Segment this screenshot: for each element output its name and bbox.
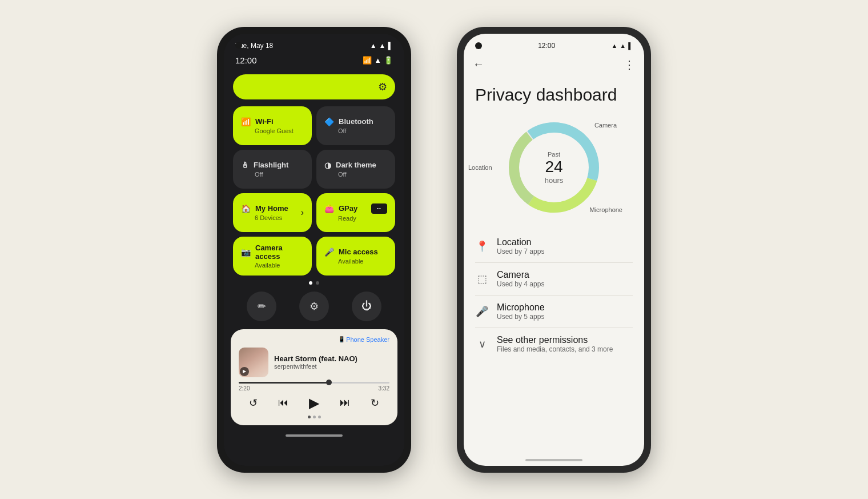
camera-access-tile-label: Camera access <box>255 243 304 261</box>
progress-container[interactable]: 2:20 3:32 <box>239 382 389 392</box>
mic-access-tile-label: Mic access <box>339 247 378 256</box>
tile-gpay[interactable]: 👛 GPay •• Ready <box>316 193 395 232</box>
privacy-item-microphone[interactable]: 🎤 Microphone Used by 5 apps <box>475 296 633 328</box>
mdot-2 <box>313 416 316 418</box>
time-bar: 12:00 📶 ▲ 🔋 <box>224 53 404 71</box>
bluetooth-tile-icon: 🔷 <box>324 117 334 126</box>
privacy-item-camera[interactable]: ⬚ Camera Used by 4 apps <box>475 263 633 296</box>
privacy-list: 📍 Location Used by 7 apps ⬚ Camera Used … <box>475 230 633 360</box>
mic-access-tile-subtitle: Available <box>324 258 387 265</box>
donut-center-label: Past <box>545 150 564 157</box>
signal-status-icon: ▲ <box>379 42 386 50</box>
power-icon: ⏻ <box>361 300 372 312</box>
privacy-item-location[interactable]: 📍 Location Used by 7 apps <box>475 230 633 263</box>
chart-label-microphone: Microphone <box>590 206 622 213</box>
tile-camera-access[interactable]: 📷 Camera access Available <box>233 237 312 276</box>
nav-row: ← ⋮ <box>464 53 644 76</box>
brightness-settings-icon[interactable]: ⚙ <box>378 81 387 93</box>
phone1-screen: Tue, May 18 ▲ ▲ ▌ 12:00 📶 ▲ 🔋 ⚙ <box>224 34 404 466</box>
media-info: Heart Storm (feat. NAO) serpentwithfeet <box>274 354 389 370</box>
quick-settings-screen: Tue, May 18 ▲ ▲ ▌ 12:00 📶 ▲ 🔋 ⚙ <box>224 34 404 466</box>
edit-icon: ✏ <box>258 300 266 313</box>
camera-access-tile-subtitle: Available <box>241 262 304 269</box>
settings-icon: ⚙ <box>310 300 319 313</box>
brightness-bar[interactable]: ⚙ <box>233 74 395 99</box>
album-art: ▶ <box>239 348 268 377</box>
phone-privacy-dashboard: 12:00 ▲ ▲ ▌ ← ⋮ Privacy dashboard <box>457 27 651 473</box>
tile-wifi[interactable]: 📶 Wi-Fi Google Guest <box>233 106 312 145</box>
home-bar <box>286 434 343 437</box>
media-player: 📱 Phone Speaker ▶ Heart Storm (feat. NAO… <box>231 329 397 425</box>
phone-speaker-icon: 📱 <box>338 336 345 342</box>
power-button[interactable]: ⏻ <box>352 292 381 321</box>
status-time: 12:00 <box>235 55 257 65</box>
signal-bar-icon: ▲ <box>374 56 381 65</box>
location-text: Location Used by 7 apps <box>497 237 633 256</box>
progress-track[interactable] <box>239 382 389 384</box>
media-page-dots <box>239 416 389 418</box>
tile-dark-theme[interactable]: ◑ Dark theme Off <box>316 150 395 189</box>
microphone-text: Microphone Used by 5 apps <box>497 302 633 321</box>
replay-button[interactable]: ↺ <box>249 397 258 409</box>
more-options-button[interactable]: ⋮ <box>624 58 635 71</box>
edit-button[interactable]: ✏ <box>247 292 276 321</box>
expand-icon: ∨ <box>475 338 489 350</box>
privacy-content: Privacy dashboard Camera <box>464 76 644 459</box>
back-button[interactable]: ← <box>473 58 484 71</box>
mdot-1 <box>308 416 311 418</box>
wifi-status-2: ▲ <box>611 42 617 49</box>
tile-mic-access[interactable]: 🎤 Mic access Available <box>316 237 395 276</box>
donut-center-unit: hours <box>545 175 564 184</box>
prev-button[interactable]: ⏮ <box>278 397 288 409</box>
dark-theme-tile-label: Dark theme <box>336 161 376 169</box>
flashlight-tile-subtitle: Off <box>241 171 304 178</box>
wifi-tile-icon: 📶 <box>241 117 251 126</box>
camera-text: Camera Used by 4 apps <box>497 270 633 288</box>
media-content: ▶ Heart Storm (feat. NAO) serpentwithfee… <box>239 348 389 377</box>
song-title: Heart Storm (feat. NAO) <box>274 354 389 363</box>
page-indicators <box>224 276 404 288</box>
privacy-dashboard-screen: 12:00 ▲ ▲ ▌ ← ⋮ Privacy dashboard <box>464 34 644 466</box>
tile-flashlight[interactable]: 🕯 Flashlight Off <box>233 150 312 189</box>
mic-access-tile-icon: 🎤 <box>324 247 334 257</box>
gpay-tile-subtitle: Ready <box>324 215 387 222</box>
chart-label-location: Location <box>468 164 492 171</box>
flashlight-tile-icon: 🕯 <box>241 161 249 170</box>
status-icons: ▲ ▲ ▌ <box>370 42 393 50</box>
mdot-3 <box>318 416 321 418</box>
next-button[interactable]: ⏭ <box>340 397 350 409</box>
total-time: 3:32 <box>379 385 389 392</box>
page-dot-1 <box>309 281 312 285</box>
progress-fill <box>239 382 329 384</box>
dark-theme-tile-icon: ◑ <box>324 161 331 170</box>
quick-tiles-grid: 📶 Wi-Fi Google Guest 🔷 Bluetooth Off <box>224 106 404 276</box>
my-home-tile-icon: 🏠 <box>241 204 251 213</box>
play-pause-button[interactable]: ▶ <box>309 395 319 411</box>
camera-subtitle: Used by 4 apps <box>497 280 633 288</box>
microphone-subtitle: Used by 5 apps <box>497 313 633 321</box>
brightness-row[interactable]: ⚙ <box>224 71 404 103</box>
microphone-icon: 🎤 <box>475 305 489 318</box>
current-time: 2:20 <box>239 385 250 392</box>
status-time-2: 12:00 <box>538 42 555 50</box>
location-title: Location <box>497 237 633 247</box>
forward-button[interactable]: ↻ <box>371 397 379 409</box>
gpay-tile-icon: 👛 <box>324 204 334 213</box>
status-bar: Tue, May 18 ▲ ▲ ▌ <box>224 34 404 53</box>
battery-status-2: ▌ <box>628 42 633 49</box>
microphone-title: Microphone <box>497 302 633 313</box>
gpay-tile-label: GPay <box>339 204 357 213</box>
tile-bluetooth[interactable]: 🔷 Bluetooth Off <box>316 106 395 145</box>
signal-status-2: ▲ <box>620 42 626 49</box>
location-icon: 📍 <box>475 240 489 253</box>
battery-icon: 🔋 <box>384 56 393 65</box>
other-title: See other permissions <box>497 335 633 345</box>
tile-my-home[interactable]: 🏠 My Home 6 Devices › <box>233 193 312 232</box>
phone2-screen: 12:00 ▲ ▲ ▌ ← ⋮ Privacy dashboard <box>464 34 644 466</box>
my-home-chevron-icon: › <box>301 207 304 218</box>
privacy-item-other[interactable]: ∨ See other permissions Files and media,… <box>475 328 633 360</box>
settings-button[interactable]: ⚙ <box>299 292 329 321</box>
progress-thumb <box>326 380 332 385</box>
bluetooth-tile-subtitle: Off <box>324 127 387 134</box>
donut-center: Past 24 hours <box>545 150 564 184</box>
